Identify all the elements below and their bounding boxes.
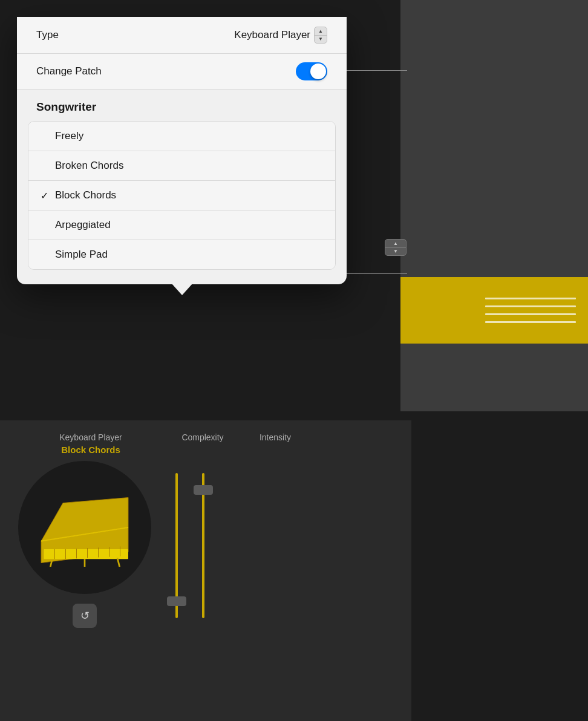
complexity-slider-group [175, 473, 178, 618]
block-chords-sublabel: Block Chords [18, 445, 163, 455]
bottom-labels-row: Keyboard Player Block Chords Complexity … [18, 432, 393, 455]
intensity-slider-track[interactable] [202, 473, 204, 618]
intensity-slider-group [202, 473, 204, 618]
piano-circle[interactable] [18, 461, 151, 594]
list-item-arpeggiated[interactable]: Arpeggiated [28, 210, 335, 240]
right-stepper[interactable]: ▲ ▼ [385, 239, 407, 256]
type-label: Type [36, 29, 59, 41]
label-broken-chords: Broken Chords [55, 160, 123, 172]
stepper-up-icon[interactable]: ▲ [315, 27, 327, 36]
right-panel [400, 0, 588, 411]
keyboard-player-label: Keyboard Player [18, 432, 163, 442]
list-item-freely[interactable]: Freely [28, 122, 335, 151]
popup-modal: Type Keyboard Player ▲ ▼ Change Patch So… [17, 17, 347, 284]
type-stepper[interactable]: ▲ ▼ [314, 27, 327, 44]
type-value: Keyboard Player [234, 29, 310, 41]
change-patch-row: Change Patch [17, 54, 347, 90]
list-item-broken-chords[interactable]: Broken Chords [28, 151, 335, 181]
complexity-slider-track[interactable] [175, 473, 178, 618]
label-simple-pad: Simple Pad [55, 249, 108, 261]
svg-line-11 [117, 558, 120, 567]
staff-line [485, 313, 576, 315]
type-selector[interactable]: Keyboard Player ▲ ▼ [234, 27, 327, 44]
stepper-up-icon[interactable]: ▲ [385, 240, 406, 248]
label-block-chords: Block Chords [55, 189, 116, 201]
stepper-down-icon[interactable]: ▼ [385, 248, 406, 256]
toggle-knob [310, 64, 326, 79]
svg-rect-1 [44, 549, 129, 559]
type-row: Type Keyboard Player ▲ ▼ [17, 17, 347, 54]
intensity-label: Intensity [242, 432, 309, 442]
arrow-line-block [347, 273, 407, 274]
style-list: Freely Broken Chords ✓ Block Chords Arpe… [28, 121, 336, 270]
gold-region [400, 277, 588, 344]
staff-line [485, 321, 576, 323]
songwriter-heading: Songwriter [17, 90, 347, 121]
change-patch-label: Change Patch [36, 65, 102, 77]
music-staff [479, 292, 582, 329]
staff-line [485, 298, 576, 299]
intensity-slider-handle[interactable] [194, 485, 213, 495]
list-item-block-chords[interactable]: ✓ Block Chords [28, 181, 335, 210]
label-arpeggiated: Arpeggiated [55, 219, 111, 231]
piano-illustration [30, 488, 139, 567]
check-block-chords: ✓ [41, 190, 55, 201]
complexity-slider-handle[interactable] [167, 596, 186, 606]
change-patch-toggle[interactable] [296, 62, 327, 80]
refresh-button[interactable]: ↺ [73, 604, 97, 628]
complexity-label: Complexity [169, 432, 236, 442]
arrow-line-type [347, 70, 407, 71]
list-item-simple-pad[interactable]: Simple Pad [28, 240, 335, 269]
refresh-icon: ↺ [80, 609, 90, 622]
label-freely: Freely [55, 130, 83, 142]
staff-line [485, 305, 576, 307]
stepper-down-icon[interactable]: ▼ [315, 36, 327, 44]
bottom-content: ↺ [18, 461, 393, 628]
bottom-section: Keyboard Player Block Chords Complexity … [0, 420, 411, 721]
